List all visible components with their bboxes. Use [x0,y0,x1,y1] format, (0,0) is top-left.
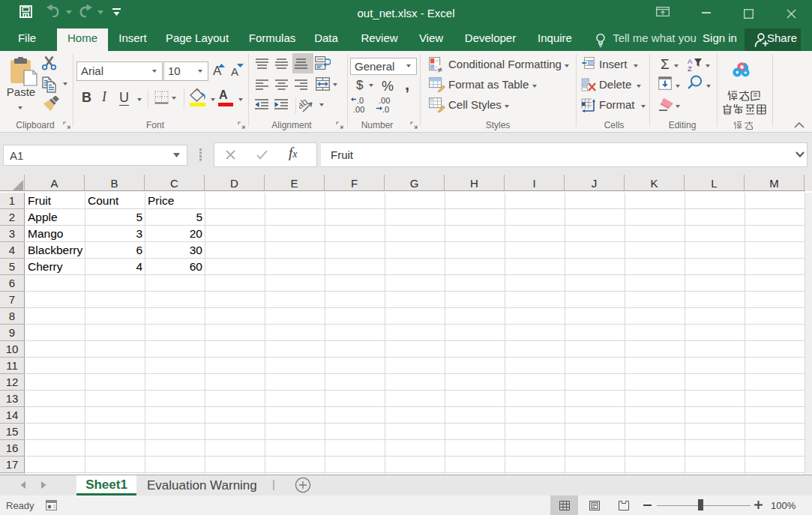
svg-text:≠: ≠ [438,65,442,73]
svg-text:.00: .00 [379,96,390,105]
svg-text:.00: .00 [353,105,364,114]
svg-text:.0: .0 [357,96,364,105]
svg-text:.0: .0 [382,105,389,114]
svg-text:Z: Z [688,64,692,71]
